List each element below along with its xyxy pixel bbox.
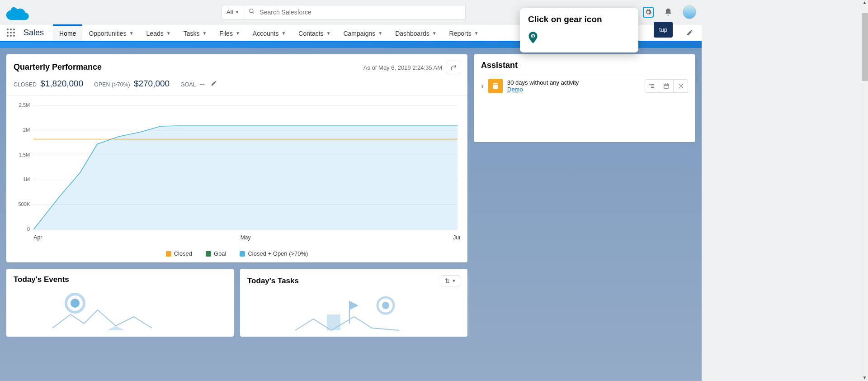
waffle-icon bbox=[6, 28, 15, 37]
tasks-filter-button[interactable]: ⇅ ▼ bbox=[441, 275, 460, 286]
svg-text:2.5M: 2.5M bbox=[19, 103, 30, 108]
guide-pin-icon: G bbox=[528, 32, 538, 43]
nav-tab-tasks[interactable]: Tasks▼ bbox=[177, 24, 213, 41]
chevron-down-icon: ▼ bbox=[129, 31, 134, 36]
svg-point-30 bbox=[71, 299, 80, 308]
assistant-item-headline: 30 days without any activity bbox=[507, 79, 640, 86]
nav-tab-label: Dashboards bbox=[395, 30, 429, 37]
assistant-item-link[interactable]: Demo bbox=[507, 86, 523, 93]
nav-tab-contacts[interactable]: Contacts▼ bbox=[292, 24, 337, 41]
goal-edit-button[interactable] bbox=[211, 80, 217, 88]
assistant-dismiss-button[interactable] bbox=[674, 79, 688, 93]
svg-point-11 bbox=[10, 35, 12, 37]
svg-point-6 bbox=[13, 29, 15, 30]
nav-tab-accounts[interactable]: Accounts▼ bbox=[246, 24, 292, 41]
svg-text:500K: 500K bbox=[18, 201, 30, 207]
svg-point-4 bbox=[7, 29, 9, 30]
svg-text:2M: 2M bbox=[23, 127, 30, 133]
guide-tooltip: Click on gear icon G bbox=[520, 8, 638, 52]
close-icon bbox=[678, 83, 684, 89]
notifications-bell-icon[interactable] bbox=[663, 7, 674, 18]
global-search[interactable] bbox=[244, 5, 466, 19]
nav-tab-label: Tasks bbox=[184, 30, 200, 37]
goal-label: GOAL bbox=[180, 81, 196, 88]
chevron-down-icon: ▼ bbox=[326, 31, 331, 36]
nav-tab-home[interactable]: Home bbox=[53, 24, 82, 41]
assistant-task-button[interactable] bbox=[645, 79, 659, 93]
svg-point-0 bbox=[250, 9, 253, 12]
chevron-down-icon: ▼ bbox=[202, 31, 207, 36]
svg-text:Apr: Apr bbox=[33, 234, 42, 241]
refresh-button[interactable] bbox=[447, 61, 460, 74]
nav-tab-campaigns[interactable]: Campaigns▼ bbox=[337, 24, 389, 41]
nav-edit-button[interactable] bbox=[684, 24, 696, 41]
legend-item: Goal bbox=[206, 250, 226, 257]
svg-rect-38 bbox=[664, 84, 669, 88]
svg-text:1.5M: 1.5M bbox=[19, 152, 30, 157]
legend-swatch bbox=[240, 251, 245, 257]
open-label: OPEN (>70%) bbox=[94, 81, 130, 88]
app-name: Sales bbox=[24, 24, 44, 41]
nav-tab-reports[interactable]: Reports▼ bbox=[443, 24, 485, 41]
app-launcher-button[interactable] bbox=[5, 24, 16, 41]
nav-tab-label: Opportunities bbox=[89, 30, 126, 37]
opportunity-icon bbox=[488, 79, 503, 93]
svg-rect-33 bbox=[327, 314, 340, 330]
closed-label: CLOSED bbox=[14, 81, 37, 88]
svg-point-5 bbox=[10, 29, 12, 30]
chevron-down-icon: ▼ bbox=[432, 31, 437, 36]
tasks-illustration bbox=[240, 288, 467, 336]
chevron-down-icon: ▼ bbox=[235, 10, 239, 14]
nav-tab-label: Campaigns bbox=[343, 30, 375, 37]
assistant-card: Assistant › 30 days without any activity… bbox=[474, 54, 695, 142]
svg-point-32 bbox=[382, 302, 389, 309]
search-input[interactable] bbox=[259, 9, 461, 16]
assistant-expand-button[interactable]: › bbox=[481, 81, 484, 91]
svg-text:0: 0 bbox=[27, 226, 30, 232]
tasks-title: Today's Tasks bbox=[247, 276, 299, 286]
search-scope-selector[interactable]: All ▼ bbox=[222, 5, 244, 19]
user-avatar[interactable] bbox=[683, 5, 696, 19]
legend-label: Closed + Open (>70%) bbox=[248, 250, 308, 257]
refresh-icon bbox=[450, 64, 457, 71]
nav-tab-label: Files bbox=[219, 30, 233, 37]
legend-item: Closed bbox=[166, 250, 192, 257]
checklist-icon bbox=[649, 83, 655, 89]
svg-point-8 bbox=[10, 32, 12, 33]
svg-point-9 bbox=[13, 32, 15, 33]
svg-point-10 bbox=[7, 35, 9, 37]
closed-value: $1,820,000 bbox=[40, 79, 83, 89]
qp-title: Quarterly Performance bbox=[14, 62, 102, 72]
pencil-icon bbox=[211, 80, 217, 86]
chevron-down-icon: ▼ bbox=[378, 31, 382, 36]
home-content: Quarterly Performance As of May 6, 2019 … bbox=[0, 48, 702, 381]
assistant-event-button[interactable] bbox=[659, 79, 674, 93]
assistant-item: › 30 days without any activity Demo bbox=[474, 75, 695, 97]
setup-gear-button[interactable] bbox=[643, 7, 654, 18]
search-scope-label: All bbox=[226, 9, 233, 15]
nav-tab-opportunities[interactable]: Opportunities▼ bbox=[82, 24, 140, 41]
chart-legend: ClosedGoalClosed + Open (>70%) bbox=[6, 249, 467, 262]
calendar-icon bbox=[663, 83, 670, 89]
svg-text:May: May bbox=[241, 234, 251, 241]
salesforce-logo bbox=[5, 3, 32, 21]
svg-point-7 bbox=[7, 32, 9, 33]
nav-tab-dashboards[interactable]: Dashboards▼ bbox=[389, 24, 443, 41]
nav-tab-label: Reports bbox=[449, 30, 472, 37]
chevron-down-icon: ▼ bbox=[452, 278, 456, 283]
nav-tab-label: Contacts bbox=[298, 30, 323, 37]
todays-events-card: Today's Events bbox=[6, 269, 234, 337]
goal-value: -- bbox=[200, 80, 205, 88]
legend-swatch bbox=[206, 251, 211, 257]
chevron-down-icon: ▼ bbox=[474, 31, 479, 36]
quarterly-performance-card: Quarterly Performance As of May 6, 2019 … bbox=[6, 54, 467, 262]
nav-tab-files[interactable]: Files▼ bbox=[213, 24, 246, 41]
open-value: $270,000 bbox=[134, 79, 170, 89]
tooltip-title: Click on gear icon bbox=[528, 14, 630, 24]
nav-tab-leads[interactable]: Leads▼ bbox=[140, 24, 177, 41]
legend-label: Closed bbox=[174, 250, 192, 257]
pencil-icon bbox=[686, 29, 693, 36]
qp-chart: 0500K1M1.5M2M2.5MAprMayJun bbox=[6, 95, 467, 249]
chevron-down-icon: ▼ bbox=[281, 31, 286, 36]
svg-text:G: G bbox=[532, 35, 534, 38]
